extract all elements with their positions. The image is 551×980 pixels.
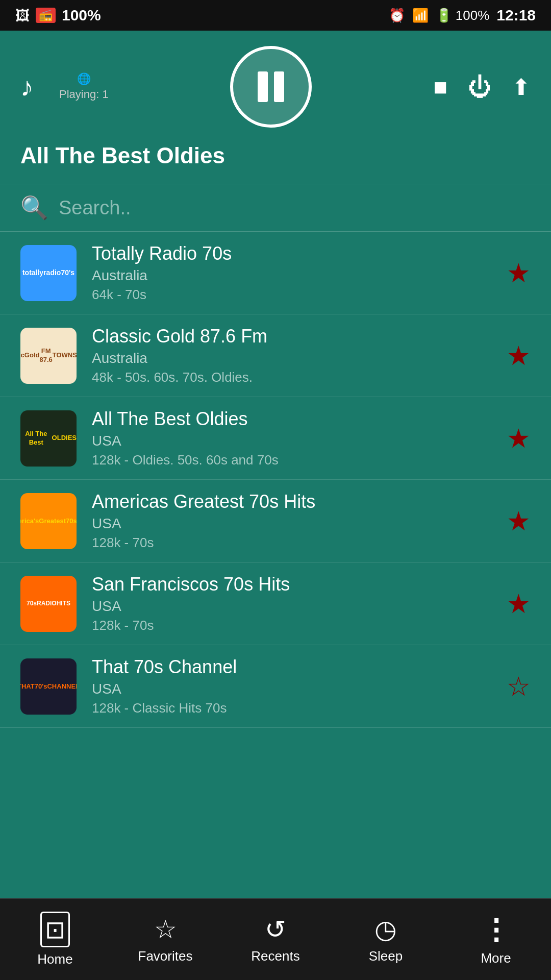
search-input[interactable] (59, 197, 531, 219)
sleep-icon: ◷ (374, 915, 397, 944)
nav-item-favorites[interactable]: ☆ Favorites (110, 915, 220, 964)
station-country: Australia (92, 350, 491, 366)
globe-icon: 🌐 (77, 72, 91, 86)
station-country: USA (92, 433, 491, 449)
share-button[interactable]: ⬆ (512, 74, 531, 100)
station-list: totallyradio70's Totally Radio 70s Austr… (0, 232, 551, 728)
station-item[interactable]: THAT70'sCHANNEL That 70s Channel USA 128… (0, 645, 551, 728)
status-left: 🖼 📻 100% (15, 7, 101, 24)
nav-item-more[interactable]: ⋮ More (441, 913, 551, 966)
station-info: Americas Greatest 70s Hits USA 128k - 70… (92, 491, 491, 551)
alarm-icon: ⏰ (389, 8, 405, 23)
station-logo: America'sGreatest70sHits (20, 493, 77, 549)
station-name: Totally Radio 70s (92, 243, 491, 264)
station-name: San Franciscos 70s Hits (92, 574, 491, 595)
station-country: Australia (92, 267, 491, 284)
wifi-icon: 📶 (412, 8, 429, 23)
station-item[interactable]: totallyradio70's Totally Radio 70s Austr… (0, 232, 551, 314)
favorite-button[interactable]: ★ (507, 589, 531, 619)
status-right: ⏰ 📶 🔋 100% 12:18 (389, 7, 536, 24)
favorite-button[interactable]: ☆ (507, 671, 531, 702)
favorite-button[interactable]: ★ (507, 258, 531, 288)
nav-label-more: More (481, 950, 511, 966)
nav-item-sleep[interactable]: ◷ Sleep (331, 915, 441, 964)
radio-icon: 📻 (36, 8, 56, 23)
nav-label-recents: Recents (251, 948, 299, 964)
station-logo: totallyradio70's (20, 245, 77, 301)
music-note-icon[interactable]: ♪ (20, 71, 34, 102)
station-info: Totally Radio 70s Australia 64k - 70s (92, 243, 491, 303)
nav-label-sleep: Sleep (369, 948, 403, 964)
time-display: 12:18 (496, 7, 536, 24)
bottom-nav: ⊡ Home ☆ Favorites ↺ Recents ◷ Sleep ⋮ M… (0, 898, 551, 980)
now-playing-title: All The Best Oldies (20, 138, 531, 174)
power-button[interactable]: ⏻ (468, 73, 491, 101)
home-icon: ⊡ (40, 912, 70, 947)
station-name: Classic Gold 87.6 Fm (92, 326, 491, 347)
station-info: San Franciscos 70s Hits USA 128k - 70s (92, 574, 491, 633)
station-logo: 70sRADIOHITS (20, 576, 77, 632)
stop-button[interactable]: ■ (433, 73, 447, 101)
status-bar: 🖼 📻 100% ⏰ 📶 🔋 100% 12:18 (0, 0, 551, 31)
station-name: Americas Greatest 70s Hits (92, 491, 491, 512)
station-logo: All The BestOLDIES (20, 410, 77, 467)
station-meta: 128k - 70s (92, 535, 491, 551)
player-right-icons: ■ ⏻ ⬆ (433, 73, 531, 101)
search-icon: 🔍 (20, 194, 48, 221)
favorite-button[interactable]: ★ (507, 423, 531, 454)
recents-icon: ↺ (265, 915, 286, 944)
pause-icon (258, 71, 284, 102)
station-meta: 64k - 70s (92, 287, 491, 303)
nav-item-recents[interactable]: ↺ Recents (220, 915, 331, 964)
player-header: ♪ 🌐 Playing: 1 ■ ⏻ ⬆ All The Best Oldies (0, 31, 551, 184)
station-meta: 128k - 70s (92, 618, 491, 633)
player-left-icons: ♪ 🌐 Playing: 1 (20, 71, 109, 102)
playing-label: Playing: 1 (59, 88, 109, 101)
station-info: Classic Gold 87.6 Fm Australia 48k - 50s… (92, 326, 491, 385)
station-item[interactable]: ClassicGoldFM 87.6TOWNSVILLE Classic Gol… (0, 314, 551, 397)
station-meta: 128k - Oldies. 50s. 60s and 70s (92, 452, 491, 468)
station-name: All The Best Oldies (92, 408, 491, 430)
signal-strength: 100% (62, 7, 101, 24)
player-controls-row: ♪ 🌐 Playing: 1 ■ ⏻ ⬆ (20, 46, 531, 128)
station-info: That 70s Channel USA 128k - Classic Hits… (92, 656, 491, 716)
battery-icon: 🔋 100% (436, 8, 490, 23)
station-country: USA (92, 598, 491, 615)
station-item[interactable]: America'sGreatest70sHits Americas Greate… (0, 480, 551, 562)
station-name: That 70s Channel (92, 656, 491, 678)
station-item[interactable]: 70sRADIOHITS San Franciscos 70s Hits USA… (0, 562, 551, 645)
pause-button[interactable] (230, 46, 312, 128)
favorite-button[interactable]: ★ (507, 340, 531, 371)
station-logo: ClassicGoldFM 87.6TOWNSVILLE (20, 328, 77, 384)
globe-icon-container[interactable]: 🌐 Playing: 1 (59, 72, 109, 101)
nav-label-home: Home (37, 951, 72, 967)
pause-bar-right (274, 71, 284, 102)
more-icon: ⋮ (482, 913, 510, 946)
nav-item-home[interactable]: ⊡ Home (0, 912, 110, 967)
station-meta: 48k - 50s. 60s. 70s. Oldies. (92, 370, 491, 385)
search-bar: 🔍 (0, 184, 551, 232)
favorites-icon: ☆ (154, 915, 177, 944)
favorite-button[interactable]: ★ (507, 506, 531, 536)
nav-label-favorites: Favorites (138, 948, 193, 964)
station-meta: 128k - Classic Hits 70s (92, 700, 491, 716)
station-logo: THAT70'sCHANNEL (20, 658, 77, 715)
image-icon: 🖼 (15, 7, 30, 24)
station-info: All The Best Oldies USA 128k - Oldies. 5… (92, 408, 491, 468)
pause-bar-left (258, 71, 268, 102)
station-country: USA (92, 516, 491, 532)
station-item[interactable]: All The BestOLDIES All The Best Oldies U… (0, 397, 551, 480)
station-country: USA (92, 681, 491, 697)
